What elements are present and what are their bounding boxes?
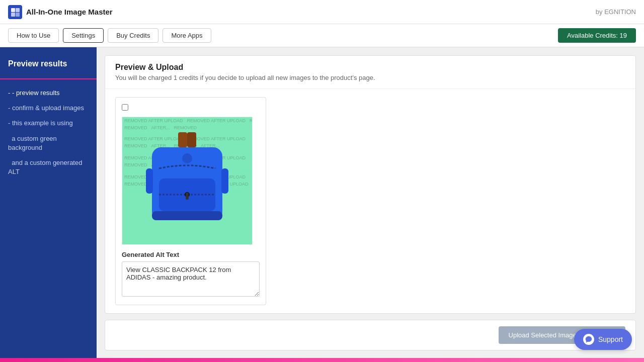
settings-button[interactable]: Settings [63,28,104,43]
sidebar-item-confirm[interactable]: - confirm & upload images [0,101,97,116]
svg-rect-3 [16,13,20,17]
app-brand: All-In-One Image Master [8,5,113,19]
bottom-bar [0,358,644,362]
card-header: Preview & Upload You will be charged 1 c… [105,56,635,89]
app-icon [8,5,22,19]
svg-rect-4 [178,132,187,147]
app-title: All-In-One Image Master [26,8,113,16]
alt-text-section: Generated Alt Text [122,251,260,299]
svg-rect-11 [146,168,153,194]
action-bar: Upload Selected Images to the Pro... [105,320,636,350]
svg-rect-1 [16,8,20,12]
sidebar-item-preview[interactable]: - - preview results [0,85,97,101]
card-title: Preview & Upload [115,63,625,72]
sidebar-item-green-bg: a custom green background [0,131,97,155]
alt-text-textarea[interactable] [122,261,260,297]
support-label: Support [598,335,623,343]
by-label: by EGNITION [596,8,636,16]
card-body: REMOVED AFTER UPLOAD REMOVED AFTER UPLOA… [105,89,635,313]
nav-bar: How to Use Settings Buy Credits More App… [0,24,644,47]
card-desc: You will be charged 1 credits if you dec… [115,74,625,81]
sidebar-item-example: - this example is using [0,116,97,131]
svg-rect-0 [11,8,15,12]
main-layout: Preview results - - preview results - co… [0,47,644,358]
image-checkbox-wrapper[interactable] [122,104,260,113]
image-select-checkbox[interactable] [122,104,128,111]
how-to-use-button[interactable]: How to Use [8,28,59,43]
svg-rect-2 [11,13,15,17]
credits-badge: Available Credits: 19 [558,28,636,43]
image-wrapper: REMOVED AFTER UPLOAD REMOVED AFTER UPLOA… [122,117,253,245]
chat-icon [585,336,592,343]
support-icon [583,334,594,345]
alt-text-label: Generated Alt Text [122,251,260,258]
sidebar-title: Preview results [0,55,97,79]
image-item: REMOVED AFTER UPLOAD REMOVED AFTER UPLOA… [115,97,266,305]
sidebar: Preview results - - preview results - co… [0,47,97,358]
svg-rect-12 [221,168,228,194]
more-apps-button[interactable]: More Apps [163,28,211,43]
svg-rect-13 [152,211,222,220]
sidebar-dash2: - [8,104,12,112]
content-area: Preview & Upload You will be charged 1 c… [97,47,644,358]
preview-upload-card: Preview & Upload You will be charged 1 c… [105,55,636,314]
sidebar-item-alt: and a custom generated ALT [0,155,97,179]
buy-credits-button[interactable]: Buy Credits [108,28,158,43]
svg-point-14 [182,153,192,163]
support-button[interactable]: Support [574,329,632,350]
svg-rect-5 [187,132,196,147]
sidebar-dash3: - [8,119,12,127]
top-header: All-In-One Image Master by EGNITION [0,0,644,24]
sidebar-dash: - [8,89,12,97]
svg-rect-10 [186,193,189,200]
backpack-image [137,128,237,234]
